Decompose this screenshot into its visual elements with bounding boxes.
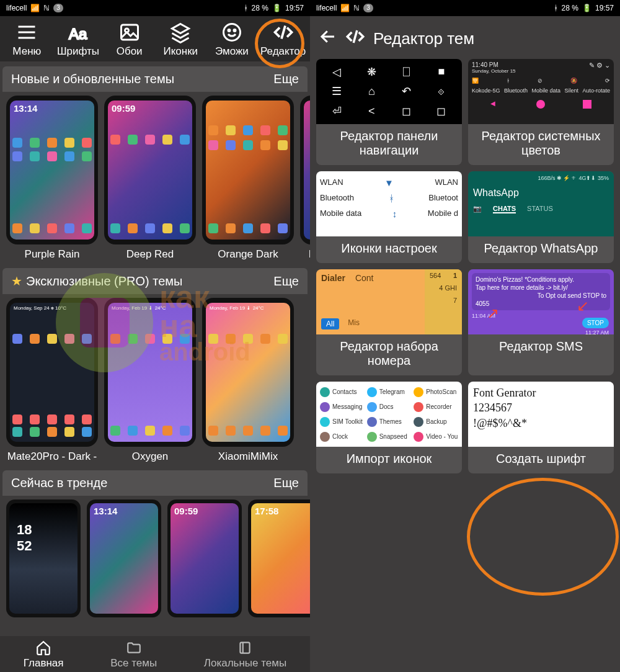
section-pro-title: Эксклюзивные (PRO) темы bbox=[26, 274, 182, 288]
theme-clock: 13:14 bbox=[14, 103, 37, 114]
svg-point-6 bbox=[223, 24, 240, 41]
signal-icon: 📶 bbox=[30, 4, 40, 12]
emoji-button[interactable]: Эможи bbox=[207, 21, 257, 58]
card-sms[interactable]: Domino's Pizzas! *Conditions apply. Tap … bbox=[468, 269, 614, 375]
section-new-body: 13:14 Purple Rain 09:59 Deep Red bbox=[0, 92, 310, 263]
fonts-label: Шрифты bbox=[57, 45, 99, 58]
font-highlight-circle bbox=[467, 478, 619, 596]
theme-card[interactable]: H bbox=[300, 96, 310, 261]
battery-text: 28 % bbox=[252, 4, 268, 12]
arrow-icon: ↙ bbox=[577, 297, 589, 315]
wallpapers-button[interactable]: Обои bbox=[105, 21, 154, 58]
theme-clock: 13:14 bbox=[94, 506, 117, 516]
theme-clock: 09:59 bbox=[112, 103, 135, 114]
nav-all-label: Все темы bbox=[110, 657, 157, 670]
theme-card[interactable]: Orange Dark bbox=[202, 96, 294, 261]
svg-point-7 bbox=[228, 30, 230, 32]
theme-card[interactable]: 13:14 Purple Rain bbox=[6, 96, 98, 261]
theme-card[interactable]: 09:59 Deep Red bbox=[104, 96, 196, 261]
camera-icon: 📷 bbox=[473, 205, 482, 213]
star-icon: ★ bbox=[11, 274, 22, 288]
svg-rect-4 bbox=[121, 25, 138, 40]
card-system-colors[interactable]: 11:40 PMSunday, October 15 ✎ ⚙ ⌄ 🛜ᚼ⊘🔕⟳ K… bbox=[468, 59, 614, 165]
icons-label: Иконки bbox=[163, 45, 198, 58]
svg-line-9 bbox=[281, 26, 285, 39]
nav-all[interactable]: Все темы bbox=[110, 640, 157, 670]
editor-grid: ◁❋⎕■ ☰⌂↶⟐ ⏎<◻◻ Редактор панели навигации… bbox=[310, 55, 620, 477]
card-nav-editor[interactable]: ◁❋⎕■ ☰⌂↶⟐ ⏎<◻◻ Редактор панели навигации bbox=[316, 59, 462, 165]
theme-card[interactable]: 09:59 bbox=[167, 500, 242, 617]
section-trend-more[interactable]: Еще bbox=[273, 476, 299, 490]
theme-name: H bbox=[300, 248, 310, 261]
card-label: Редактор набора номера bbox=[316, 334, 462, 375]
editor-header: Редактор тем bbox=[310, 16, 620, 55]
back-button[interactable] bbox=[319, 27, 337, 50]
section-pro-header[interactable]: ★Эксклюзивные (PRO) темы Еще bbox=[2, 268, 308, 294]
theme-clock: Monday, Sep 24 ⎈ 10°C bbox=[14, 305, 66, 311]
carrier-text: lifecell bbox=[6, 4, 27, 12]
card-label: Импорт иконок bbox=[316, 447, 462, 473]
editor-title: Редактор тем bbox=[373, 29, 474, 48]
signal-icon: 📶 bbox=[340, 4, 350, 12]
card-label: Иконки настроек bbox=[316, 236, 462, 263]
section-pro-body: Monday, Sep 24 ⎈ 10°C Mate20Pro - Dark -… bbox=[0, 294, 310, 465]
theme-card[interactable]: 13:14 bbox=[87, 500, 161, 617]
card-label: Редактор системных цветов bbox=[468, 124, 614, 165]
svg-line-13 bbox=[353, 30, 357, 43]
section-pro-more[interactable]: Еще bbox=[273, 274, 299, 289]
theme-clock: Monday, Feb 19 🌡 24°C bbox=[112, 305, 166, 311]
notif-count: 3 bbox=[363, 4, 373, 12]
fonts-button[interactable]: Aa Шрифты bbox=[53, 21, 103, 58]
settings-thumb: WLAN▼WLAN BluetoothᚼBluetoot Mobile data… bbox=[316, 171, 462, 236]
section-new-more[interactable]: Еще bbox=[273, 72, 299, 86]
theme-card[interactable]: 18 52 bbox=[6, 500, 81, 617]
theme-clock: Monday, Feb 19 🌡 24°C bbox=[210, 305, 264, 311]
theme-card[interactable]: Monday, Sep 24 ⎈ 10°C Mate20Pro - Dark - bbox=[6, 298, 98, 463]
bluetooth-icon: ᚼ bbox=[244, 4, 248, 12]
flower-icon: ❋ bbox=[356, 64, 387, 80]
card-whatsapp[interactable]: 166B/s ✱ ⚡ ᯤ 4G⬆⬇ 35% WhatsApp 📷 CHATS S… bbox=[468, 171, 614, 263]
emoji-label: Эможи bbox=[215, 45, 249, 58]
theme-clock: 18 52 bbox=[17, 522, 32, 554]
nav-local-label: Локальные темы bbox=[204, 657, 286, 670]
icons-button[interactable]: Иконки bbox=[156, 21, 205, 58]
status-bar: lifecell 📶 ℕ 3 ᚼ 28 % 🔋 19:57 bbox=[310, 0, 620, 16]
menu-button[interactable]: Меню bbox=[2, 21, 51, 58]
nav-home-label: Главная bbox=[24, 657, 64, 670]
theme-name: Oxygen bbox=[104, 450, 196, 463]
card-label: Редактор панели навигации bbox=[316, 124, 462, 165]
svg-text:Aa: Aa bbox=[69, 25, 87, 42]
menu-label: Меню bbox=[12, 45, 41, 58]
theme-card[interactable]: Monday, Feb 19 🌡 24°C XiaomiMiMix bbox=[202, 298, 294, 463]
editor-label: Редактор bbox=[260, 45, 306, 58]
svg-point-8 bbox=[234, 30, 236, 32]
card-settings-icons[interactable]: WLAN▼WLAN BluetoothᚼBluetoot Mobile data… bbox=[316, 171, 462, 263]
status-bar: lifecell 📶 ℕ 3 ᚼ 28 % 🔋 19:57 bbox=[0, 0, 310, 16]
nav-home[interactable]: Главная bbox=[24, 640, 64, 670]
nav-thumb: ◁❋⎕■ ☰⌂↶⟐ ⏎<◻◻ bbox=[316, 59, 462, 124]
editor-button[interactable]: Редактор bbox=[259, 21, 308, 58]
theme-card[interactable]: Monday, Feb 19 🌡 24°C Oxygen bbox=[104, 298, 196, 463]
section-trend-header[interactable]: Сейчас в тренде Еще bbox=[2, 470, 308, 496]
sms-thumb: Domino's Pizzas! *Conditions apply. Tap … bbox=[468, 269, 614, 334]
whatsapp-thumb: 166B/s ✱ ⚡ ᯤ 4G⬆⬇ 35% WhatsApp 📷 CHATS S… bbox=[468, 171, 614, 236]
theme-card[interactable]: 17:58 bbox=[248, 500, 310, 617]
battery-text: 28 % bbox=[562, 4, 578, 12]
svg-rect-10 bbox=[241, 642, 250, 653]
section-trend-title: Сейчас в тренде bbox=[11, 476, 107, 490]
main-toolbar: Меню Aa Шрифты Обои Иконки Эможи Редакто… bbox=[0, 16, 310, 61]
wallpapers-label: Обои bbox=[117, 45, 143, 58]
font-thumb: Font Genrator 1234567 !@#$%^&* bbox=[468, 382, 614, 447]
notif-count: 3 bbox=[53, 4, 63, 12]
section-new-header[interactable]: Новые и обновленные темы Еще bbox=[2, 66, 308, 92]
card-dialer[interactable]: DialerCont 5641 4 GHI 7 AllMis Редактор … bbox=[316, 269, 462, 375]
syscolor-thumb: 11:40 PMSunday, October 15 ✎ ⚙ ⌄ 🛜ᚼ⊘🔕⟳ K… bbox=[468, 59, 614, 124]
nfc-icon: ℕ bbox=[43, 4, 50, 12]
theme-clock: 17:58 bbox=[255, 506, 278, 516]
battery-icon: 🔋 bbox=[582, 4, 591, 12]
card-create-font[interactable]: Font Genrator 1234567 !@#$%^&* Создать ш… bbox=[468, 382, 614, 473]
card-icon-import[interactable]: ContactsTelegramPhotoScanMessagingDocsRe… bbox=[316, 382, 462, 473]
theme-name: Mate20Pro - Dark - bbox=[6, 450, 98, 463]
nav-local[interactable]: Локальные темы bbox=[204, 640, 286, 670]
card-label: Редактор WhatsApp bbox=[468, 236, 614, 263]
